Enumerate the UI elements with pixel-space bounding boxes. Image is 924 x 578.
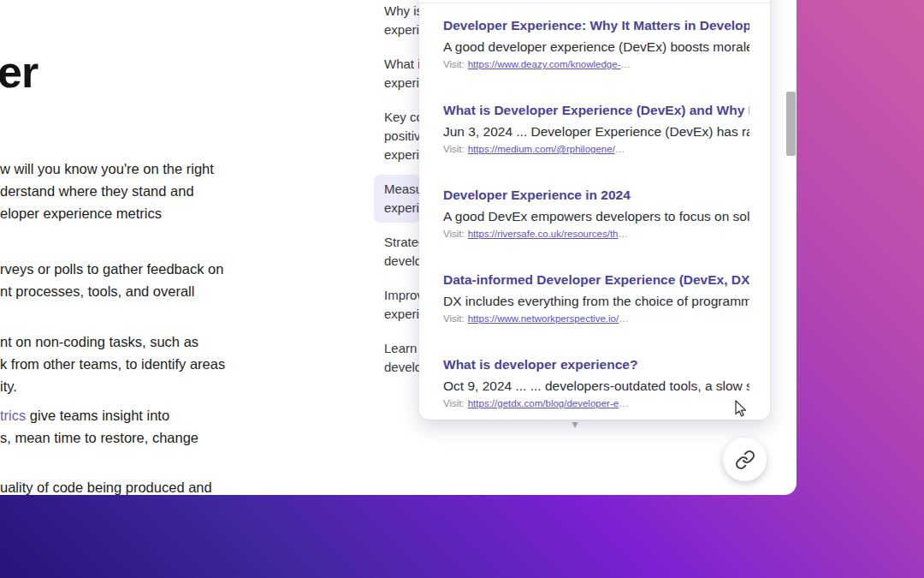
- mouse-cursor: [732, 400, 749, 422]
- toc-item[interactable]: What i experi: [374, 55, 420, 92]
- article-paragraph: w will you know you're on the right ders…: [0, 158, 214, 224]
- result-title-link[interactable]: Developer Experience in 2024: [443, 187, 749, 204]
- result-title-link[interactable]: Developer Experience: Why It Matters in …: [443, 17, 749, 34]
- result-url-link[interactable]: https://riversafe.co.uk/resources/th: [468, 229, 619, 239]
- search-result-item: Developer Experience: Why It Matters in …: [443, 17, 749, 102]
- result-visit-line: Visit:https://www.networkperspective.io/…: [443, 313, 749, 325]
- scrollbar-thumb[interactable]: [786, 92, 796, 156]
- browser-window: er w will you know you're on the right d…: [0, 0, 797, 495]
- search-results-panel: Developer Experience: Why It Matters in …: [419, 0, 770, 420]
- toc-item[interactable]: Strateg develo: [374, 233, 420, 271]
- result-snippet: A good developer experience (DevEx) boos…: [443, 39, 749, 56]
- result-title-link[interactable]: What is developer experience?: [443, 356, 749, 373]
- link-button[interactable]: [723, 438, 767, 481]
- link-icon: [735, 450, 755, 470]
- search-result-item: Data-informed Developer Experience (DevE…: [443, 271, 749, 356]
- toc-item[interactable]: Why is experi: [374, 2, 420, 39]
- result-title-link[interactable]: Data-informed Developer Experience (DevE…: [443, 271, 749, 289]
- search-result-item: What is developer experience? Oct 9, 202…: [443, 356, 749, 420]
- result-url-link[interactable]: https://medium.com/@rphilogene/: [468, 144, 615, 154]
- toc-item[interactable]: Learn develo: [374, 339, 420, 377]
- result-snippet: Jun 3, 2024 ... Developer Experience (De…: [443, 123, 749, 140]
- toc-item[interactable]: Improv experi: [374, 286, 420, 324]
- result-url-link[interactable]: https://www.deazy.com/knowledge-: [468, 59, 621, 69]
- search-results-list: Developer Experience: Why It Matters in …: [419, 0, 770, 420]
- result-url-link[interactable]: https://getdx.com/blog/developer-e: [468, 398, 619, 408]
- article-paragraph: uality of code being produced and: [0, 476, 212, 498]
- desktop-background: er w will you know you're on the right d…: [0, 0, 924, 578]
- article-paragraph: trics give teams insight into s, mean ti…: [0, 404, 198, 449]
- page-title-fragment: er: [0, 46, 38, 98]
- search-result-item: What is Developer Experience (DevEx) and…: [443, 102, 749, 187]
- inline-link-fragment[interactable]: trics: [0, 408, 26, 423]
- result-visit-line: Visit:https://www.deazy.com/knowledge-…: [443, 59, 749, 70]
- result-snippet: Oct 9, 2024 ... ... developers-outdated …: [443, 378, 749, 395]
- article-paragraph: rveys or polls to gather feedback on nt …: [0, 258, 223, 302]
- result-title-link[interactable]: What is Developer Experience (DevEx) and…: [443, 102, 749, 119]
- result-visit-line: Visit:https://getdx.com/blog/developer-e…: [443, 398, 749, 409]
- search-result-item: Developer Experience in 2024 A good DevE…: [443, 187, 749, 271]
- result-snippet: DX includes everything from the choice o…: [443, 293, 749, 310]
- result-snippet: A good DevEx empowers developers to focu…: [443, 208, 749, 225]
- article-paragraph: nt on non-coding tasks, such as k from o…: [0, 331, 225, 397]
- result-visit-line: Visit:https://medium.com/@rphilogene/…: [443, 144, 749, 155]
- toc-item-active[interactable]: Measu experi: [374, 175, 420, 223]
- result-url-link[interactable]: https://www.networkperspective.io/: [468, 313, 619, 324]
- toc: Why is experi What i experi Key co posit…: [374, 0, 420, 392]
- result-visit-line: Visit:https://riversafe.co.uk/resources/…: [443, 229, 749, 240]
- toc-item[interactable]: Key co positiv experi: [374, 108, 420, 164]
- chevron-down-icon[interactable]: ▾: [567, 417, 583, 431]
